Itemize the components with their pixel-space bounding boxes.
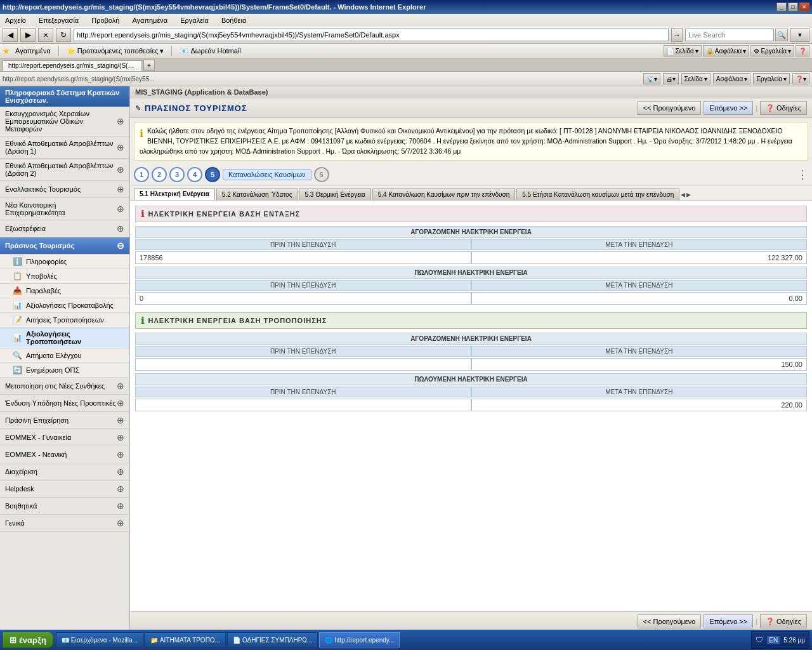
menu-view[interactable]: Προβολή	[89, 15, 122, 25]
help2-btn[interactable]: ❓▾	[792, 73, 809, 84]
sidebar-item-diaxeirhsh[interactable]: Διαχείριση ⊕	[0, 463, 129, 481]
sidebar-item-endysi[interactable]: Ένδυση-Υπόδηση Νέες Προοπτικές ⊕	[0, 395, 129, 412]
search-input[interactable]	[685, 29, 774, 41]
tab-54[interactable]: 5.4 Κατανάλωση Καυσίμων πριν την επένδυσ…	[372, 189, 516, 200]
tab-52[interactable]: 5.2 Κατανάλωση Ύδατος	[216, 189, 298, 200]
polo2-meta-input[interactable]	[471, 399, 808, 411]
sidebar-item-eksygxronismos[interactable]: Εκσυγχρονισμός Χερσαίων Εμπορευματικών Ο…	[0, 107, 129, 136]
taskbar-item-3[interactable]: 🌐 http://report.ependy...	[319, 632, 400, 647]
refresh-button[interactable]: ↻	[56, 28, 71, 42]
bottom-help-button[interactable]: ❓ Οδηγίες	[760, 614, 807, 628]
sidebar-sub-ypovoles[interactable]: 📋 Υποβολές	[0, 269, 129, 284]
sidebar-item-ethniko2[interactable]: Εθνικό Αποθεματικό Απροβλέπτων (Δράση 2)…	[0, 159, 129, 181]
ergaleia2-btn[interactable]: Εργαλεία▾	[753, 73, 790, 84]
favorites-agapmena[interactable]: Αγαπημένα	[15, 47, 51, 55]
sidebar-sub-axiologiseis-trop[interactable]: 📊 Αξιολογήσεις Τροποποιήσεων	[0, 328, 129, 348]
sidebar-item-metapoihsh[interactable]: Μεταποίηση στις Νέες Συνθήκες ⊕	[0, 378, 129, 395]
tools-button[interactable]: ▼	[790, 28, 809, 42]
forward-button[interactable]: ▶	[20, 28, 36, 42]
favorites-hotmail[interactable]: 📧 Δωρεάν Hotmail	[180, 47, 240, 55]
step-3[interactable]: 3	[169, 167, 185, 182]
sidebar-sub-plirofories[interactable]: ℹ️ Πληροφορίες	[0, 255, 129, 269]
new-tab-button[interactable]: +	[143, 60, 155, 71]
rss-btn[interactable]: 📡▾	[643, 73, 660, 84]
minimize-button[interactable]: _	[776, 3, 787, 11]
address-input[interactable]	[74, 29, 669, 41]
tab-55[interactable]: 5.5 Ετήσια Κατανάλωση καυσίμων μετά την …	[516, 189, 679, 200]
tab-scroll-left[interactable]: ◂	[681, 189, 685, 199]
polo-meta-input[interactable]	[471, 292, 808, 305]
asfaleia-btn[interactable]: 🔒 Ασφάλεια▾	[703, 45, 750, 56]
taskbar-item-1[interactable]: 📁 ΑΙΤΗΜΑΤΑ ΤΡΟΠΟ...	[145, 632, 226, 647]
sidebar-item-enallaktikos[interactable]: Εναλλακτικός Τουρισμός ⊕	[0, 181, 129, 198]
menu-file[interactable]: Αρχείο	[3, 15, 29, 25]
bottom-prev-button[interactable]: << Προηγούμενο	[638, 614, 702, 628]
step-nav: 1 2 3 4 5 Καταναλώσεις Καυσίμων 6 ⋮	[130, 164, 812, 185]
page2-btn[interactable]: Σελίδα▾	[681, 73, 710, 84]
menu-help[interactable]: Βοήθεια	[219, 15, 249, 25]
back-button[interactable]: ◀	[3, 28, 18, 42]
sidebar-item-voithhtika[interactable]: Βοηθητικά ⊕	[0, 498, 129, 515]
bottom-next-button[interactable]: Επόμενο >>	[704, 614, 753, 628]
sidebar-sub-paralaves[interactable]: 📥 Παραλαβές	[0, 284, 129, 298]
print-btn[interactable]: 🖨▾	[663, 73, 679, 84]
sidebar-item-eommex-neaniki[interactable]: ΕΟΜΜΕΧ - Νεανική ⊕	[0, 446, 129, 463]
agora-meta-input[interactable]	[471, 251, 808, 264]
agora2-meta-input[interactable]	[471, 358, 808, 371]
step-2[interactable]: 2	[152, 167, 167, 182]
sidebar-item-genika[interactable]: Γενικά ⊕	[0, 515, 129, 532]
sidebar-sub-axiologiseis-prok[interactable]: 📊 Αξιολογήσεις Προκαταβολής	[0, 298, 129, 313]
polo2-meta-header: ΜΕΤΑ ΤΗΝ ΕΠΕΝΔΥΣΗ	[471, 387, 808, 397]
step-5[interactable]: 5	[205, 167, 220, 182]
agora2-prin-input[interactable]	[135, 358, 471, 371]
tab-53[interactable]: 5.3 Θερμική Ενέργεια	[299, 189, 370, 200]
sidebar-item-ethniko1[interactable]: Εθνικό Αποθεματικό Απροβλέπτων (Δράση 1)…	[0, 136, 129, 159]
polo-prin-input[interactable]	[135, 292, 471, 305]
maximize-button[interactable]: □	[788, 3, 798, 11]
expand-icon-2: ⊕	[117, 164, 124, 175]
refresh-address-button[interactable]: →	[671, 28, 683, 42]
content-tabs: 5.1 Ηλεκτρική Ενέργεια 5.2 Κατανάλωση Ύδ…	[130, 185, 812, 201]
tab-51[interactable]: 5.1 Ηλεκτρική Ενέργεια	[134, 188, 215, 200]
window-controls[interactable]: _ □ ✕	[776, 3, 809, 11]
menu-favorites[interactable]: Αγαπημένα	[129, 15, 170, 25]
polo2-prin-input[interactable]	[135, 399, 471, 411]
asfaleia2-btn[interactable]: Ασφάλεια▾	[713, 73, 751, 84]
sidebar-item-nea-kainotomiki[interactable]: Νέα Καινοτομική Επιχειρηματικότητα ⊕	[0, 198, 129, 220]
tab-scroll-right[interactable]: ▸	[686, 189, 691, 199]
start-button[interactable]: ⊞ έναρξη	[3, 632, 53, 648]
search-button[interactable]: 🔍	[775, 29, 788, 41]
sidebar-item-exostrefeia[interactable]: Εξωστρέφεια ⊕	[0, 220, 129, 237]
sidebar: Πληροφοριακό Σύστημα Κρατικών Ενισχύσεων…	[0, 86, 130, 631]
taskbar-item-0[interactable]: 📧 Εισερχόμενα - Mozilla...	[56, 632, 143, 647]
polo2-subheader-row: ΠΡΙΝ ΤΗΝ ΕΠΕΝΔΥΣΗ ΜΕΤΑ ΤΗΝ ΕΠΕΝΔΥΣΗ	[135, 387, 807, 397]
ergaleia-btn[interactable]: ⚙ Εργαλεία▾	[750, 45, 794, 56]
sidebar-sub-enimerosi-ops[interactable]: 🔄 Ενημέρωση ΟΠΣ	[0, 363, 129, 378]
sidebar-sub-aithmata-elegxou[interactable]: 🔍 Αιτήματα Ελέγχου	[0, 348, 129, 363]
sidebar-item-eommex-gynaikeia[interactable]: ΕΟΜΜΕΧ - Γυναικεία ⊕	[0, 429, 129, 446]
sidebar-item-helpdesk[interactable]: Helpdesk ⊕	[0, 481, 129, 498]
taskbar-item-2[interactable]: 📄 ΟΔΗΓΙΕΣ ΣΥΜΠΛΗΡΩ...	[227, 632, 318, 647]
sidebar-item-prasinh-epixeirhsh[interactable]: Πράσινη Επιχείρηση ⊕	[0, 412, 129, 429]
options-icon[interactable]: ⋮	[797, 168, 808, 182]
menu-tools[interactable]: Εργαλεία	[178, 15, 211, 25]
next-button[interactable]: Επόμενο >>	[704, 101, 753, 115]
step-6[interactable]: 6	[314, 167, 329, 182]
agora-prin-input[interactable]	[135, 251, 471, 264]
help-button[interactable]: ❓ Οδηγίες	[760, 101, 807, 115]
favorites-proteino[interactable]: ⭐ Προτεινόμενες τοποθεσίες ▾	[67, 47, 164, 55]
second-toolbar-right: 📡▾ 🖨▾ Σελίδα▾ Ασφάλεια▾ Εργαλεία▾ ❓▾	[643, 73, 809, 84]
close-button[interactable]: ✕	[799, 3, 809, 11]
section2-header: ℹ ΗΛΕΚΤΡΙΚΗ ΕΝΕΡΓΕΙΑ ΒΑΣΗ ΤΡΟΠΟΠΟΙΗΣΗΣ	[135, 312, 807, 329]
sidebar-item-prasinos-tourismos[interactable]: Πράσινος Τουρισμός ⊖	[0, 237, 129, 255]
selida-btn[interactable]: 📄 Σελίδα▾	[664, 45, 702, 56]
stop-button[interactable]: ✕	[38, 28, 53, 42]
content-topbar: ✎ ΠΡΑΣΙΝΟΣ ΤΟΥΡΙΣΜΟΣ << Προηγούμενο Επόμ…	[130, 98, 812, 118]
help-toolbar-btn[interactable]: ❓	[796, 45, 809, 56]
step-1[interactable]: 1	[134, 167, 149, 182]
prev-button[interactable]: << Προηγούμενο	[638, 101, 702, 115]
menu-edit[interactable]: Επεξεργασία	[36, 15, 81, 25]
browser-tab-active[interactable]: http://report.ependyseis.gr/mis_staging/…	[3, 60, 142, 71]
step-4[interactable]: 4	[187, 167, 202, 182]
sidebar-sub-aithseis-tropop[interactable]: 📝 Αιτήσεις Τροποποίησεων	[0, 313, 129, 328]
